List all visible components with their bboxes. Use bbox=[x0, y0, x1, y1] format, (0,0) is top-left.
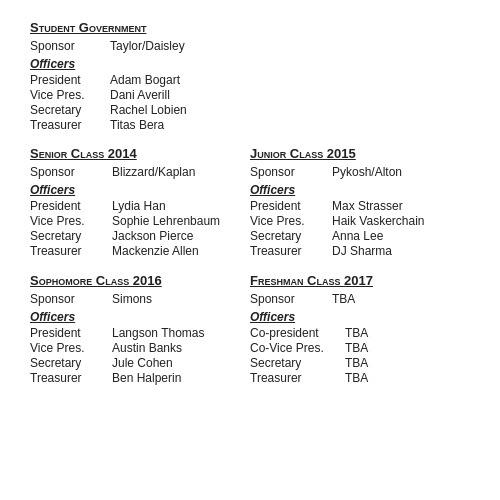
table-row: Treasurer TBA bbox=[250, 371, 470, 385]
table-row: President Lydia Han bbox=[30, 199, 250, 213]
role-label: Vice Pres. bbox=[30, 341, 112, 355]
junior-officers-label: Officers bbox=[250, 183, 470, 197]
officer-name: Max Strasser bbox=[332, 199, 403, 213]
table-row: Vice Pres. Dani Averill bbox=[30, 88, 470, 102]
senior-junior-row: Senior Class 2014 Sponsor Blizzard/Kapla… bbox=[30, 146, 470, 259]
table-row: Secretary Jule Cohen bbox=[30, 356, 250, 370]
sponsor-label: Sponsor bbox=[30, 39, 110, 53]
role-label: Secretary bbox=[30, 229, 112, 243]
role-label: Secretary bbox=[30, 356, 112, 370]
officer-name: Lydia Han bbox=[112, 199, 166, 213]
officer-name: TBA bbox=[345, 371, 368, 385]
officer-name: Jule Cohen bbox=[112, 356, 173, 370]
senior-sponsor-row: Sponsor Blizzard/Kaplan bbox=[30, 165, 250, 179]
table-row: Secretary Jackson Pierce bbox=[30, 229, 250, 243]
sophomore-officers-label: Officers bbox=[30, 310, 250, 324]
role-label: Treasurer bbox=[250, 244, 332, 258]
freshman-class-section: Freshman Class 2017 Sponsor TBA Officers… bbox=[250, 273, 470, 386]
role-label: President bbox=[30, 73, 110, 87]
table-row: Co-Vice Pres. TBA bbox=[250, 341, 470, 355]
role-label: Treasurer bbox=[30, 118, 110, 132]
table-row: Co-president TBA bbox=[250, 326, 470, 340]
officer-name: Austin Banks bbox=[112, 341, 182, 355]
role-label: Treasurer bbox=[250, 371, 345, 385]
sponsor-label: Sponsor bbox=[30, 165, 112, 179]
officer-name: Adam Bogart bbox=[110, 73, 180, 87]
officer-name: TBA bbox=[345, 341, 368, 355]
role-label: President bbox=[250, 199, 332, 213]
student-govt-title: Student Government bbox=[30, 20, 470, 35]
sponsor-label: Sponsor bbox=[250, 165, 332, 179]
sophomore-freshman-row: Sophomore Class 2016 Sponsor Simons Offi… bbox=[30, 273, 470, 386]
table-row: Vice Pres. Austin Banks bbox=[30, 341, 250, 355]
sponsor-label: Sponsor bbox=[30, 292, 112, 306]
role-label: Vice Pres. bbox=[250, 214, 332, 228]
junior-class-section: Junior Class 2015 Sponsor Pykosh/Alton O… bbox=[250, 146, 470, 259]
role-label: Secretary bbox=[250, 356, 345, 370]
freshman-sponsor-row: Sponsor TBA bbox=[250, 292, 470, 306]
role-label: President bbox=[30, 199, 112, 213]
table-row: President Langson Thomas bbox=[30, 326, 250, 340]
sponsor-value: Simons bbox=[112, 292, 152, 306]
table-row: Treasurer Titas Bera bbox=[30, 118, 470, 132]
officer-name: DJ Sharma bbox=[332, 244, 392, 258]
role-label: Co-Vice Pres. bbox=[250, 341, 345, 355]
table-row: Vice Pres. Haik Vaskerchain bbox=[250, 214, 470, 228]
table-row: Secretary TBA bbox=[250, 356, 470, 370]
student-govt-section: Student Government Sponsor Taylor/Daisle… bbox=[30, 20, 470, 132]
table-row: Secretary Rachel Lobien bbox=[30, 103, 470, 117]
freshman-officers-label: Officers bbox=[250, 310, 470, 324]
sophomore-class-title: Sophomore Class 2016 bbox=[30, 273, 250, 288]
junior-sponsor-row: Sponsor Pykosh/Alton bbox=[250, 165, 470, 179]
role-label: Co-president bbox=[250, 326, 345, 340]
table-row: President Adam Bogart bbox=[30, 73, 470, 87]
officer-name: Titas Bera bbox=[110, 118, 164, 132]
officer-name: Sophie Lehrenbaum bbox=[112, 214, 220, 228]
officer-name: Haik Vaskerchain bbox=[332, 214, 424, 228]
sponsor-value: Pykosh/Alton bbox=[332, 165, 402, 179]
sophomore-sponsor-row: Sponsor Simons bbox=[30, 292, 250, 306]
student-govt-sponsor-row: Sponsor Taylor/Daisley bbox=[30, 39, 470, 53]
freshman-class-title: Freshman Class 2017 bbox=[250, 273, 470, 288]
role-label: Secretary bbox=[250, 229, 332, 243]
officer-name: Mackenzie Allen bbox=[112, 244, 199, 258]
sponsor-value: TBA bbox=[332, 292, 355, 306]
role-label: Vice Pres. bbox=[30, 88, 110, 102]
sponsor-value: Blizzard/Kaplan bbox=[112, 165, 195, 179]
role-label: Treasurer bbox=[30, 371, 112, 385]
officer-name: Jackson Pierce bbox=[112, 229, 193, 243]
officer-name: Rachel Lobien bbox=[110, 103, 187, 117]
officer-name: Dani Averill bbox=[110, 88, 170, 102]
senior-class-section: Senior Class 2014 Sponsor Blizzard/Kapla… bbox=[30, 146, 250, 259]
role-label: Treasurer bbox=[30, 244, 112, 258]
officer-name: Ben Halperin bbox=[112, 371, 181, 385]
senior-class-title: Senior Class 2014 bbox=[30, 146, 250, 161]
table-row: Treasurer DJ Sharma bbox=[250, 244, 470, 258]
table-row: President Max Strasser bbox=[250, 199, 470, 213]
role-label: President bbox=[30, 326, 112, 340]
table-row: Treasurer Ben Halperin bbox=[30, 371, 250, 385]
student-govt-officers-label: Officers bbox=[30, 57, 470, 71]
sophomore-class-section: Sophomore Class 2016 Sponsor Simons Offi… bbox=[30, 273, 250, 386]
table-row: Secretary Anna Lee bbox=[250, 229, 470, 243]
junior-class-title: Junior Class 2015 bbox=[250, 146, 470, 161]
officer-name: TBA bbox=[345, 356, 368, 370]
officer-name: TBA bbox=[345, 326, 368, 340]
role-label: Secretary bbox=[30, 103, 110, 117]
sponsor-value: Taylor/Daisley bbox=[110, 39, 185, 53]
officer-name: Anna Lee bbox=[332, 229, 383, 243]
table-row: Vice Pres. Sophie Lehrenbaum bbox=[30, 214, 250, 228]
senior-officers-label: Officers bbox=[30, 183, 250, 197]
officer-name: Langson Thomas bbox=[112, 326, 205, 340]
table-row: Treasurer Mackenzie Allen bbox=[30, 244, 250, 258]
role-label: Vice Pres. bbox=[30, 214, 112, 228]
sponsor-label: Sponsor bbox=[250, 292, 332, 306]
